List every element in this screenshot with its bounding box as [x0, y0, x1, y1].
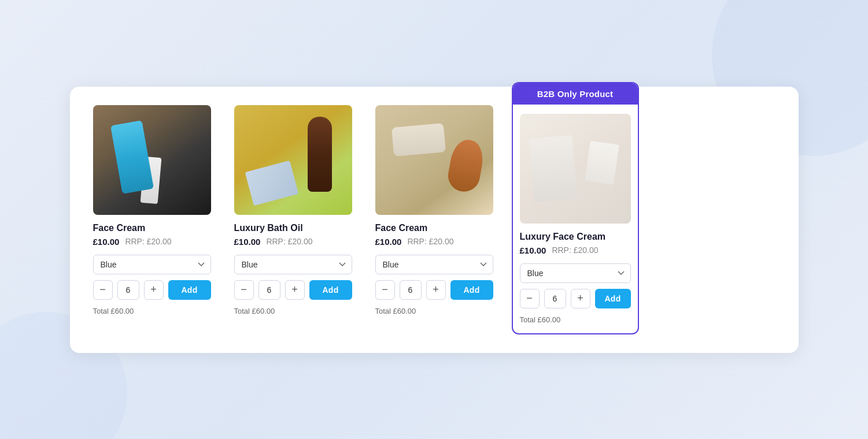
product-name-2: Luxury Bath Oil [234, 223, 352, 233]
rrp-2: RRP: £20.00 [266, 237, 312, 246]
price-2: £10.00 [234, 237, 261, 247]
increment-button-1[interactable]: + [144, 280, 164, 300]
variant-select-4[interactable]: Blue Red Green [520, 263, 631, 283]
quantity-row-2: − 6 + Add [234, 280, 352, 300]
variant-select-2[interactable]: Blue Red Green [234, 255, 352, 274]
quantity-value-2: 6 [258, 280, 280, 300]
add-button-1[interactable]: Add [168, 280, 211, 300]
add-button-3[interactable]: Add [450, 280, 493, 300]
decrement-button-2[interactable]: − [234, 280, 254, 300]
variant-select-1[interactable]: Blue Red Green [93, 255, 211, 274]
price-row-2: £10.00 RRP: £20.00 [234, 237, 352, 247]
quantity-row-1: − 6 + Add [93, 280, 211, 300]
quantity-value-4: 6 [544, 289, 566, 308]
add-button-2[interactable]: Add [309, 280, 352, 300]
quantity-row-4: − 6 + Add [520, 289, 631, 308]
b2b-badge: B2B Only Product [513, 83, 638, 105]
total-4: Total £60.00 [520, 315, 631, 324]
product-image-3 [375, 105, 493, 215]
b2b-inner: Luxury Face Cream £10.00 RRP: £20.00 Blu… [513, 105, 638, 333]
product-image-1 [93, 105, 211, 215]
price-1: £10.00 [93, 237, 120, 247]
rrp-4: RRP: £20.00 [552, 245, 598, 255]
quantity-value-3: 6 [400, 280, 422, 300]
product-card-2: Luxury Bath Oil £10.00 RRP: £20.00 Blue … [230, 105, 357, 334]
product-card-3: Face Cream £10.00 RRP: £20.00 Blue Red G… [371, 105, 498, 334]
price-row-4: £10.00 RRP: £20.00 [520, 245, 631, 255]
total-2: Total £60.00 [234, 307, 352, 315]
product-image-2 [234, 105, 352, 215]
quantity-row-3: − 6 + Add [375, 280, 493, 300]
decrement-button-4[interactable]: − [520, 289, 540, 308]
product-image-4 [520, 114, 631, 224]
price-4: £10.00 [520, 245, 546, 255]
price-3: £10.00 [375, 237, 402, 247]
decrement-button-1[interactable]: − [93, 280, 113, 300]
variant-select-3[interactable]: Blue Red Green [375, 255, 493, 274]
increment-button-4[interactable]: + [571, 289, 590, 308]
decrement-button-3[interactable]: − [375, 280, 395, 300]
total-1: Total £60.00 [93, 307, 211, 315]
product-name-3: Face Cream [375, 223, 493, 233]
rrp-3: RRP: £20.00 [407, 237, 453, 246]
increment-button-2[interactable]: + [285, 280, 305, 300]
quantity-value-1: 6 [117, 280, 139, 300]
rrp-1: RRP: £20.00 [125, 237, 171, 246]
product-name-1: Face Cream [93, 223, 211, 233]
add-button-4[interactable]: Add [595, 289, 631, 308]
product-card-1: Face Cream £10.00 RRP: £20.00 Blue Red G… [88, 105, 216, 334]
increment-button-3[interactable]: + [426, 280, 446, 300]
product-card-4-b2b: B2B Only Product Luxury Face Cream £10.0… [512, 82, 639, 334]
product-grid: Face Cream £10.00 RRP: £20.00 Blue Red G… [70, 87, 799, 353]
price-row-3: £10.00 RRP: £20.00 [375, 237, 493, 247]
total-3: Total £60.00 [375, 307, 493, 315]
price-row-1: £10.00 RRP: £20.00 [93, 237, 211, 247]
product-name-4: Luxury Face Cream [520, 232, 631, 242]
